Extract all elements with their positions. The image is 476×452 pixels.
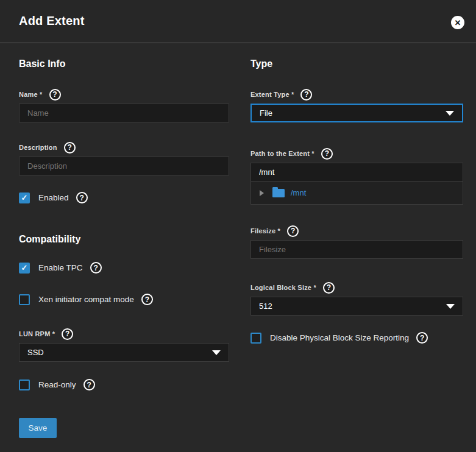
close-icon: ✕: [455, 19, 461, 27]
enabled-checkbox[interactable]: ✓: [19, 192, 30, 203]
extent-type-field-label: Extent Type *: [250, 91, 294, 98]
dialog-body: Basic Info Name * ? Description ? ✓ Enab…: [0, 43, 476, 438]
xen-compat-checkbox-row[interactable]: ✓ Xen initiator compat mode ?: [19, 294, 229, 305]
help-icon[interactable]: ?: [300, 89, 312, 101]
enable-tpc-label: Enable TPC: [38, 263, 83, 272]
disable-pbs-checkbox[interactable]: ✓: [250, 333, 261, 344]
description-field-label: Description: [19, 144, 57, 151]
chevron-down-icon: [212, 350, 221, 355]
lun-rpm-field: LUN RPM * ? SSD: [19, 327, 229, 362]
help-icon[interactable]: ?: [416, 332, 428, 344]
close-button[interactable]: ✕: [451, 16, 464, 29]
read-only-label: Read-only: [38, 380, 76, 389]
help-icon[interactable]: ?: [76, 192, 88, 203]
filesize-field: Filesize * ?: [250, 224, 463, 259]
check-icon: ✓: [21, 194, 28, 202]
logical-block-size-selected-value: 512: [259, 302, 272, 311]
extent-type-select[interactable]: File: [250, 104, 463, 122]
logical-block-size-select[interactable]: 512: [250, 297, 463, 316]
tree-expand-icon[interactable]: [260, 190, 264, 196]
xen-compat-checkbox[interactable]: ✓: [19, 294, 30, 305]
name-field-label: Name *: [19, 91, 43, 98]
enable-tpc-checkbox[interactable]: ✓: [19, 263, 30, 274]
xen-compat-label: Xen initiator compat mode: [38, 295, 134, 304]
enabled-label: Enabled: [38, 193, 69, 202]
path-tree: /mnt: [250, 182, 463, 205]
disable-pbs-checkbox-row[interactable]: ✓ Disable Physical Block Size Reporting …: [250, 332, 463, 344]
chevron-down-icon: [446, 304, 455, 309]
logical-block-size-field-label: Logical Block Size *: [250, 284, 316, 291]
right-column: Type Extent Type * ? File Path to the Ex…: [250, 43, 463, 438]
section-heading-compatibility: Compatibility: [19, 234, 229, 245]
name-field: Name * ?: [19, 88, 229, 122]
save-button[interactable]: Save: [19, 418, 57, 438]
read-only-checkbox[interactable]: ✓: [19, 380, 30, 390]
check-icon: ✓: [21, 264, 28, 272]
help-icon[interactable]: ?: [64, 142, 76, 154]
dialog-header: Add Extent ✕: [0, 0, 476, 43]
tree-item-mnt[interactable]: /mnt: [251, 182, 463, 204]
name-input[interactable]: [19, 104, 229, 122]
lun-rpm-select[interactable]: SSD: [19, 343, 229, 362]
help-icon[interactable]: ?: [62, 328, 73, 340]
logical-block-size-field: Logical Block Size * ? 512: [250, 281, 463, 316]
folder-icon: [272, 189, 285, 197]
help-icon[interactable]: ?: [83, 379, 95, 390]
help-icon[interactable]: ?: [141, 294, 153, 305]
help-icon[interactable]: ?: [323, 282, 335, 294]
path-input[interactable]: [250, 163, 463, 182]
extent-type-selected-value: File: [260, 108, 272, 118]
extent-type-field: Extent Type * ? File: [250, 88, 463, 122]
tree-item-label[interactable]: /mnt: [291, 188, 306, 197]
path-field: Path to the Extent * ? /mnt: [250, 147, 463, 205]
enable-tpc-checkbox-row[interactable]: ✓ Enable TPC ?: [19, 262, 229, 274]
help-icon[interactable]: ?: [90, 262, 102, 274]
enabled-checkbox-row[interactable]: ✓ Enabled ?: [19, 192, 229, 203]
description-field: Description ?: [19, 141, 229, 175]
section-heading-basic-info: Basic Info: [19, 58, 229, 69]
path-field-label: Path to the Extent *: [250, 150, 314, 157]
disable-pbs-label: Disable Physical Block Size Reporting: [270, 333, 409, 342]
chevron-down-icon: [446, 111, 454, 116]
description-input[interactable]: [19, 157, 229, 175]
help-icon[interactable]: ?: [287, 225, 299, 237]
filesize-field-label: Filesize *: [250, 227, 280, 235]
help-icon[interactable]: ?: [321, 148, 333, 160]
left-column: Basic Info Name * ? Description ? ✓ Enab…: [19, 43, 229, 438]
filesize-input[interactable]: [250, 240, 463, 259]
read-only-checkbox-row[interactable]: ✓ Read-only ?: [19, 379, 229, 390]
help-icon[interactable]: ?: [49, 89, 61, 101]
lun-rpm-field-label: LUN RPM *: [19, 330, 55, 337]
section-heading-type: Type: [250, 58, 463, 69]
page-title: Add Extent: [19, 14, 85, 28]
lun-rpm-selected-value: SSD: [27, 348, 44, 357]
